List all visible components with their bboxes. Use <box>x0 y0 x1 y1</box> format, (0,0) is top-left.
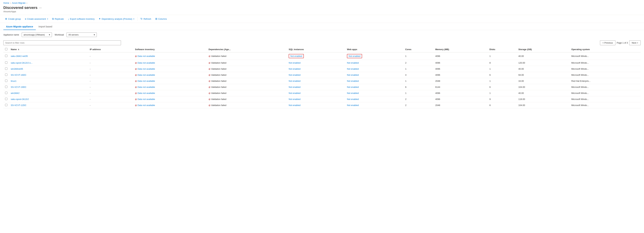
software-inventory-cell: ⊘Data not available <box>135 68 205 70</box>
server-name-link[interactable]: win2k8net35 <box>11 68 23 70</box>
software-inventory-link[interactable]: Data not available <box>138 104 155 107</box>
software-inventory-cell: ⊘Data not available <box>135 98 205 101</box>
col-header-sql[interactable]: SQL instances <box>287 47 345 52</box>
web-apps-cell[interactable]: Not enabled <box>347 80 359 82</box>
table-row: SS-VCVT-19DC-⊘Data not available⊘Validat… <box>3 84 641 90</box>
dependencies-cell: ⊘Validation failed <box>208 74 285 76</box>
ip-cell: - <box>88 102 133 108</box>
servers-table: Name ⇅ IP address Software inventory Dep… <box>3 47 641 108</box>
col-header-os[interactable]: Operating system <box>570 47 641 52</box>
breadcrumb-parent[interactable]: Azure Migrate <box>12 2 26 4</box>
sql-instances-cell[interactable]: Not enabled <box>289 86 300 88</box>
software-inventory-link[interactable]: Data not available <box>138 68 155 70</box>
software-inventory-link[interactable]: Data not available <box>138 55 155 57</box>
sql-instances-cell[interactable]: Not enabled <box>289 62 300 64</box>
create-group-button[interactable]: ⊕ Create group <box>3 16 22 21</box>
page-title: Discovered servers <box>3 6 38 10</box>
error-icon: ⊘ <box>135 86 137 89</box>
web-apps-cell[interactable]: Not enabled <box>347 62 359 64</box>
ip-cell: - <box>88 90 133 96</box>
web-apps-cell[interactable]: Not enabled <box>347 68 359 70</box>
server-name-link[interactable]: saku-spool-2k12r2 <box>11 98 29 100</box>
dependency-analysis-button[interactable]: ✦ Dependency analysis (Preview) ▾ <box>97 16 136 21</box>
software-inventory-link[interactable]: Data not available <box>138 92 155 94</box>
server-name-link[interactable]: saku-2k8r2-net35 <box>11 55 28 57</box>
software-inventory-link[interactable]: Data not available <box>138 86 155 88</box>
row-checkbox-0[interactable] <box>5 55 8 57</box>
software-inventory-link[interactable]: Data not available <box>138 62 155 64</box>
sql-instances-cell[interactable]: Not enabled <box>289 92 300 94</box>
row-checkbox-4[interactable] <box>5 80 8 82</box>
select-all-checkbox[interactable] <box>5 48 8 50</box>
os-cell: Microsoft Windo... <box>570 84 641 90</box>
table-row: saku-spool-2k12r2-o...-⊘Data not availab… <box>3 60 641 66</box>
row-checkbox-2[interactable] <box>5 68 8 70</box>
dependencies-cell: ⊘Validation failed <box>208 55 285 58</box>
server-name-link[interactable]: SS-VCVT-16DC <box>11 74 26 76</box>
sql-instances-cell[interactable]: Not enabled <box>290 55 302 57</box>
page-subtitle: AirsonicApps <box>3 10 641 13</box>
col-header-cores[interactable]: Cores <box>404 47 434 52</box>
col-header-dependencies[interactable]: Dependencies (Age... <box>207 47 287 52</box>
toolbar: ⊕ Create group ≡ Create assessment ▾ ⧉ R… <box>0 15 644 23</box>
col-header-ip[interactable]: IP address <box>88 47 133 52</box>
server-name-link[interactable]: saku-spool-2k12r2-o... <box>11 62 32 64</box>
refresh-button[interactable]: ↻ Refresh <box>139 16 153 21</box>
memory-cell: 4096 <box>434 90 488 96</box>
col-header-disks[interactable]: Disks <box>488 47 517 52</box>
columns-button[interactable]: ⊞ Columns <box>154 16 168 21</box>
os-cell: Microsoft Windo... <box>570 72 641 78</box>
software-inventory-cell: ⊘Data not available <box>135 80 205 82</box>
tab-azure-migrate-appliance[interactable]: Azure Migrate appliance <box>3 24 36 30</box>
sql-instances-cell[interactable]: Not enabled <box>289 80 300 82</box>
software-inventory-link[interactable]: Data not available <box>138 74 155 76</box>
previous-button[interactable]: < Previous <box>600 40 616 45</box>
error-icon: ⊘ <box>135 98 137 101</box>
os-cell: Microsoft Windo... <box>570 90 641 96</box>
create-assessment-button[interactable]: ≡ Create assessment ▾ <box>23 17 50 21</box>
sql-instances-cell[interactable]: Not enabled <box>289 74 300 76</box>
export-button[interactable]: ↓ Export software inventory <box>66 17 96 21</box>
export-icon: ↓ <box>68 18 69 20</box>
replicate-button[interactable]: ⧉ Replicate <box>50 16 66 21</box>
web-apps-cell[interactable]: Not enabled <box>347 92 359 94</box>
software-inventory-link[interactable]: Data not available <box>138 80 155 82</box>
tab-import-based[interactable]: Import based <box>36 24 55 30</box>
workload-select[interactable]: All servers ▾ <box>66 33 97 37</box>
web-apps-cell[interactable]: Not enabled <box>347 98 359 100</box>
col-header-software[interactable]: Software inventory <box>133 47 207 52</box>
error-icon: ⊘ <box>135 55 137 58</box>
appliance-select[interactable]: airsonicapp (VMware) ▾ <box>22 33 52 37</box>
select-all-header[interactable] <box>3 47 9 52</box>
server-name-link[interactable]: SS-VCVT-19DC <box>11 86 26 88</box>
server-name-link[interactable]: SS-VCVT-12DC <box>11 104 26 107</box>
web-apps-cell[interactable]: Not enabled <box>347 74 359 76</box>
col-header-memory[interactable]: Memory (MB) <box>434 47 488 52</box>
sql-instances-cell[interactable]: Not enabled <box>289 68 300 70</box>
row-checkbox-8[interactable] <box>5 104 8 106</box>
web-apps-cell[interactable]: Not enabled <box>347 104 359 107</box>
next-button[interactable]: Next > <box>629 40 641 45</box>
sql-instances-cell[interactable]: Not enabled <box>289 104 300 107</box>
breadcrumb-home[interactable]: Home <box>3 2 9 4</box>
tabs-container: Azure Migrate appliance Import based <box>0 24 644 30</box>
sql-instances-cell[interactable]: Not enabled <box>289 98 300 100</box>
server-name-link[interactable]: win2k8r2 <box>11 92 20 94</box>
row-checkbox-1[interactable] <box>5 61 8 64</box>
row-checkbox-6[interactable] <box>5 92 8 94</box>
search-input[interactable] <box>3 40 121 45</box>
server-name-link[interactable]: linux1 <box>11 80 16 82</box>
more-options-icon[interactable]: ··· <box>39 6 42 10</box>
col-header-name[interactable]: Name ⇅ <box>9 47 88 52</box>
web-apps-cell[interactable]: Not enabled <box>349 55 360 57</box>
row-checkbox-3[interactable] <box>5 74 8 76</box>
web-apps-cell[interactable]: Not enabled <box>347 86 359 88</box>
row-checkbox-7[interactable] <box>5 98 8 100</box>
col-header-webapps[interactable]: Web apps <box>345 47 404 52</box>
row-checkbox-5[interactable] <box>5 86 8 88</box>
col-header-storage[interactable]: Storage (GB) <box>517 47 570 52</box>
software-inventory-link[interactable]: Data not available <box>138 98 155 100</box>
os-cell: Microsoft Windo... <box>570 102 641 108</box>
software-inventory-cell: ⊘Data not available <box>135 104 205 107</box>
table-row: saku-spool-2k12r2-⊘Data not available⊘Va… <box>3 96 641 102</box>
